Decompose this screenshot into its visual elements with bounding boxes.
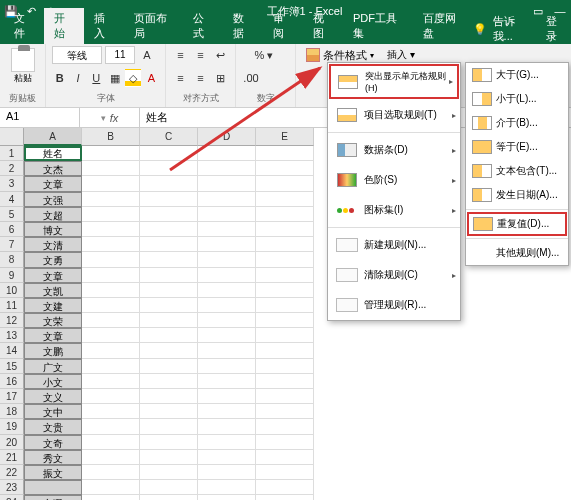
cell[interactable] [140,207,198,222]
increase-font-icon[interactable]: A [138,46,156,64]
cell[interactable] [198,313,256,328]
cell[interactable] [140,252,198,267]
tab-baidu[interactable]: 百度网盘 [413,8,473,44]
tab-pdf[interactable]: PDF工具集 [343,8,413,44]
select-all-corner[interactable] [0,128,24,146]
submenu-duplicate-values[interactable]: 重复值(D)... [467,212,567,236]
font-size-select[interactable]: 11 [105,46,135,64]
submenu-less-than[interactable]: 小于(L)... [466,87,568,111]
cell[interactable] [82,313,140,328]
row-header[interactable]: 15 [0,359,24,374]
cell[interactable] [82,237,140,252]
cell[interactable] [198,176,256,191]
cell[interactable] [256,328,314,343]
cell[interactable]: 文杰 [24,161,82,176]
cell[interactable]: 文中 [24,404,82,419]
align-middle-icon[interactable]: ≡ [192,46,209,64]
cell[interactable] [256,161,314,176]
row-header[interactable]: 22 [0,465,24,480]
cell[interactable]: 文荣 [24,313,82,328]
cell[interactable]: 文义 [24,389,82,404]
col-header-B[interactable]: B [82,128,140,146]
row-header[interactable]: 16 [0,374,24,389]
cell[interactable]: 文章 [24,176,82,191]
cell[interactable] [140,328,198,343]
cell[interactable] [140,359,198,374]
menu-color-scales[interactable]: 色阶(S) ▸ [328,165,460,195]
wrap-text-icon[interactable]: ↩ [212,46,229,64]
cell[interactable]: 文奇 [24,435,82,450]
cell[interactable]: 姓名 [24,146,82,161]
cell[interactable] [140,237,198,252]
cell[interactable] [256,359,314,374]
cell[interactable] [256,404,314,419]
cell[interactable]: 文凯 [24,283,82,298]
currency-button[interactable]: % ▾ [242,46,286,64]
cell[interactable] [140,298,198,313]
cell[interactable] [256,252,314,267]
submenu-date-occurring[interactable]: 发生日期(A)... [466,183,568,207]
cell[interactable] [82,389,140,404]
tab-view[interactable]: 视图 [303,8,343,44]
row-header[interactable]: 14 [0,343,24,358]
cell[interactable] [140,404,198,419]
row-header[interactable]: 19 [0,419,24,434]
menu-new-rule[interactable]: 新建规则(N)... [328,230,460,260]
cell[interactable] [256,237,314,252]
tab-formulas[interactable]: 公式 [183,8,223,44]
cell[interactable] [198,252,256,267]
col-header-D[interactable]: D [198,128,256,146]
fx-icon[interactable]: fx [110,112,119,124]
cell[interactable] [256,192,314,207]
row-header[interactable]: 23 [0,480,24,495]
cell[interactable] [256,146,314,161]
cell[interactable] [82,268,140,283]
row-header[interactable]: 12 [0,313,24,328]
cell[interactable] [140,480,198,495]
submenu-more-rules[interactable]: 其他规则(M)... [466,241,568,265]
cell[interactable] [256,389,314,404]
cell[interactable] [198,146,256,161]
cell[interactable]: 文章 [24,328,82,343]
cell[interactable] [82,419,140,434]
insert-cells-button[interactable]: 插入 ▾ [387,48,415,62]
row-header[interactable]: 7 [0,237,24,252]
cell[interactable] [82,450,140,465]
cell[interactable] [198,495,256,500]
name-box[interactable]: A1 [0,108,80,127]
row-header[interactable]: 6 [0,222,24,237]
cell[interactable] [198,450,256,465]
cell[interactable] [140,161,198,176]
row-header[interactable]: 13 [0,328,24,343]
row-header[interactable]: 3 [0,176,24,191]
cell[interactable] [82,207,140,222]
row-header[interactable]: 21 [0,450,24,465]
col-header-E[interactable]: E [256,128,314,146]
font-name-select[interactable]: 等线 [52,46,102,64]
cell[interactable] [256,176,314,191]
tab-insert[interactable]: 插入 [84,8,124,44]
fill-color-button[interactable]: ◇ [125,69,140,87]
cell[interactable] [198,343,256,358]
cell[interactable] [82,146,140,161]
align-left-icon[interactable]: ≡ [172,69,189,87]
menu-highlight-cells-rules[interactable]: 突出显示单元格规则(H) ▸ [329,64,459,99]
cell[interactable] [140,146,198,161]
font-color-button[interactable]: A [144,69,159,87]
col-header-C[interactable]: C [140,128,198,146]
cell[interactable] [198,298,256,313]
cell[interactable] [198,328,256,343]
cell[interactable] [198,435,256,450]
row-header[interactable]: 20 [0,435,24,450]
cell[interactable] [140,465,198,480]
cell[interactable] [82,192,140,207]
cell[interactable] [82,328,140,343]
row-header[interactable]: 5 [0,207,24,222]
cell[interactable] [82,298,140,313]
cell[interactable] [256,313,314,328]
cell[interactable] [256,298,314,313]
cell[interactable]: 文强 [24,192,82,207]
cell[interactable] [82,435,140,450]
cell[interactable] [198,207,256,222]
login-link[interactable]: 登录 [546,14,565,44]
